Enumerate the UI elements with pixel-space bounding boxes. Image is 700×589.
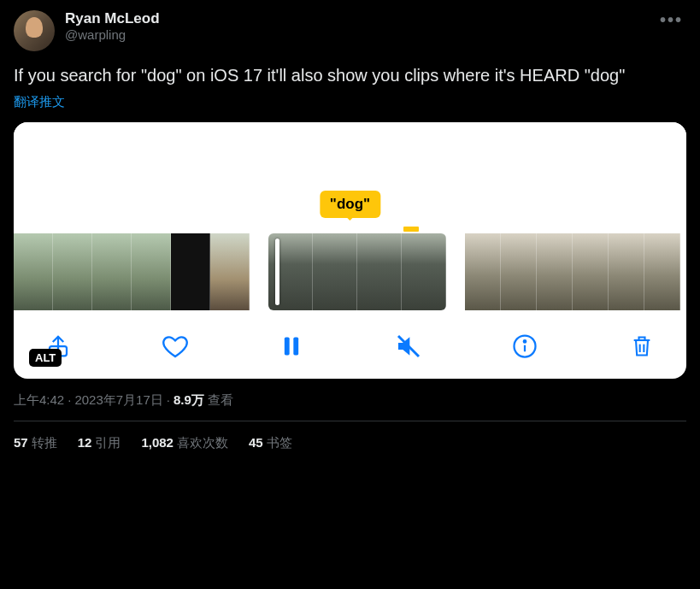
user-block[interactable]: Ryan McLeod @warpling xyxy=(65,10,646,42)
clip-frame xyxy=(171,233,210,310)
views-count: 8.9万 xyxy=(174,392,204,407)
media-card[interactable]: "dog" xyxy=(14,122,686,379)
more-icon[interactable]: ••• xyxy=(656,10,686,30)
clip-frame xyxy=(465,233,501,310)
avatar[interactable] xyxy=(14,10,55,51)
display-name: Ryan McLeod xyxy=(65,10,646,27)
timeline-marker xyxy=(403,227,419,232)
clip-frame xyxy=(53,233,92,310)
clip-frame xyxy=(132,233,171,310)
info-icon[interactable] xyxy=(509,331,540,362)
clip-frame xyxy=(357,233,402,310)
tweet-date[interactable]: 2023年7月17日 xyxy=(74,392,162,407)
stat-quotes[interactable]: 12引用 xyxy=(78,435,121,451)
tweet-container: Ryan McLeod @warpling ••• If you search … xyxy=(0,0,700,462)
svg-rect-1 xyxy=(285,338,290,356)
clip-frame xyxy=(644,233,680,310)
tweet-text: If you search for "dog" on iOS 17 it'll … xyxy=(14,63,686,87)
user-handle: @warpling xyxy=(65,27,646,42)
clip-frame xyxy=(402,233,446,310)
clip-frame xyxy=(501,233,537,310)
clip-frame xyxy=(609,233,644,310)
pause-icon[interactable] xyxy=(276,331,307,362)
search-tooltip: "dog" xyxy=(320,191,380,218)
clip-group-1[interactable] xyxy=(14,233,250,310)
stat-likes[interactable]: 1,082喜欢次数 xyxy=(141,435,228,451)
clip-frame xyxy=(14,233,53,310)
svg-point-6 xyxy=(524,340,526,343)
alt-badge[interactable]: ALT xyxy=(29,349,62,367)
clip-frame xyxy=(537,233,573,310)
tweet-meta: 上午4:42·2023年7月17日·8.9万 查看 xyxy=(14,392,686,409)
video-filmstrip[interactable] xyxy=(14,233,686,310)
clip-group-2[interactable] xyxy=(268,233,446,310)
mute-icon[interactable] xyxy=(393,331,424,362)
tweet-header: Ryan McLeod @warpling ••• xyxy=(14,10,686,51)
clip-frame xyxy=(313,233,357,310)
tweet-stats: 57转推 12引用 1,082喜欢次数 45书签 xyxy=(14,421,686,451)
playhead[interactable] xyxy=(275,239,279,305)
clip-group-3[interactable] xyxy=(465,233,680,310)
trash-icon[interactable] xyxy=(626,331,657,362)
svg-rect-2 xyxy=(294,338,299,356)
clip-frame xyxy=(210,233,250,310)
stat-retweets[interactable]: 57转推 xyxy=(14,435,57,451)
tweet-time[interactable]: 上午4:42 xyxy=(14,392,64,407)
media-whitespace xyxy=(14,122,686,192)
translate-link[interactable]: 翻译推文 xyxy=(14,94,686,110)
views-label: 查看 xyxy=(204,392,233,407)
clip-frame xyxy=(92,233,132,310)
heart-icon[interactable] xyxy=(160,331,191,362)
media-toolbar xyxy=(14,310,686,368)
clip-frame xyxy=(573,233,609,310)
stat-bookmarks[interactable]: 45书签 xyxy=(249,435,292,451)
